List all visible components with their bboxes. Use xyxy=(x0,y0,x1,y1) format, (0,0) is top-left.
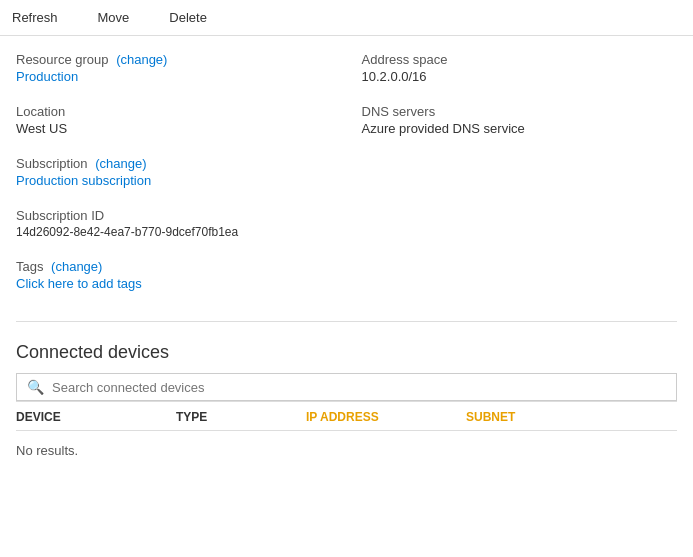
section-divider xyxy=(16,321,677,322)
subscription-block: Subscription (change) Production subscri… xyxy=(16,156,332,188)
tags-label: Tags (change) xyxy=(16,259,332,274)
address-space-label: Address space xyxy=(362,52,678,67)
subscription-id-label: Subscription ID xyxy=(16,208,332,223)
delete-button[interactable]: Delete xyxy=(169,6,207,29)
search-box: 🔍 xyxy=(16,373,677,401)
dns-servers-label: DNS servers xyxy=(362,104,678,119)
column-header-device: DEVICE xyxy=(16,410,176,424)
properties-section: Resource group (change) Production Locat… xyxy=(0,36,693,311)
left-column: Resource group (change) Production Locat… xyxy=(16,52,352,311)
tags-add-link[interactable]: Click here to add tags xyxy=(16,276,332,291)
location-block: Location West US xyxy=(16,104,332,136)
no-results-message: No results. xyxy=(16,431,677,470)
location-value: West US xyxy=(16,121,332,136)
right-column: Address space 10.2.0.0/16 DNS servers Az… xyxy=(352,52,678,311)
move-button[interactable]: Move xyxy=(98,6,130,29)
subscription-label: Subscription (change) xyxy=(16,156,332,171)
tags-change-link[interactable]: (change) xyxy=(51,259,102,274)
dns-servers-block: DNS servers Azure provided DNS service xyxy=(362,104,678,136)
search-input[interactable] xyxy=(52,380,666,395)
refresh-button[interactable]: Refresh xyxy=(12,6,58,29)
address-space-value: 10.2.0.0/16 xyxy=(362,69,678,84)
dns-servers-value: Azure provided DNS service xyxy=(362,121,678,136)
connected-devices-title: Connected devices xyxy=(16,342,677,363)
location-label: Location xyxy=(16,104,332,119)
address-space-block: Address space 10.2.0.0/16 xyxy=(362,52,678,84)
resource-group-block: Resource group (change) Production xyxy=(16,52,332,84)
resource-group-value[interactable]: Production xyxy=(16,69,332,84)
resource-group-label: Resource group (change) xyxy=(16,52,332,67)
table-header: DEVICE TYPE IP ADDRESS SUBNET xyxy=(16,401,677,431)
subscription-id-block: Subscription ID 14d26092-8e42-4ea7-b770-… xyxy=(16,208,332,239)
column-header-ip-address: IP ADDRESS xyxy=(306,410,466,424)
column-header-type: TYPE xyxy=(176,410,306,424)
resource-group-change-link[interactable]: (change) xyxy=(116,52,167,67)
column-header-subnet: SUBNET xyxy=(466,410,626,424)
search-icon: 🔍 xyxy=(27,379,44,395)
connected-devices-section: Connected devices 🔍 DEVICE TYPE IP ADDRE… xyxy=(0,332,693,470)
toolbar: Refresh Move Delete xyxy=(0,0,693,36)
subscription-value[interactable]: Production subscription xyxy=(16,173,332,188)
subscription-id-value: 14d26092-8e42-4ea7-b770-9dcef70fb1ea xyxy=(16,225,332,239)
tags-block: Tags (change) Click here to add tags xyxy=(16,259,332,291)
subscription-change-link[interactable]: (change) xyxy=(95,156,146,171)
